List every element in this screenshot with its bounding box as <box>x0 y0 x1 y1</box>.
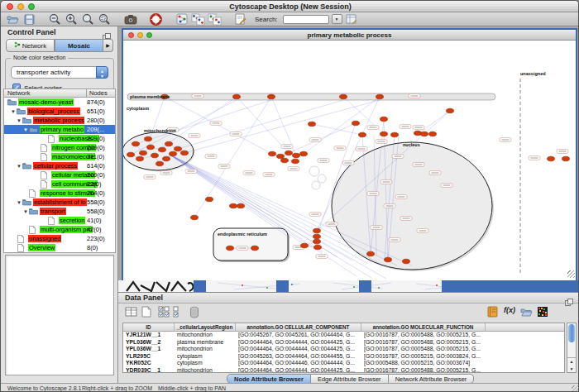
network-canvas[interactable]: plasma membranecytoplasmmitochondrionnuc… <box>123 41 576 280</box>
background-window-edge[interactable] <box>276 280 289 292</box>
column-header[interactable]: annotation.GO CELLULAR_COMPONENT <box>236 323 361 332</box>
tree-col-nodes[interactable]: Nodes <box>86 89 108 98</box>
create-attribute-icon[interactable] <box>141 306 156 319</box>
self-loop-edge <box>312 181 320 189</box>
tree-label: mosaic-demo-yeast <box>18 98 74 106</box>
folder-icon <box>29 126 38 133</box>
snapshot-icon[interactable] <box>123 13 137 26</box>
expand-arrow-icon[interactable]: ▼ <box>17 164 22 169</box>
float-panel-icon[interactable] <box>565 294 573 302</box>
network-node <box>277 154 285 159</box>
tree-row[interactable]: macromolecule311(0) <box>4 152 115 161</box>
background-window-edge[interactable] <box>359 280 371 292</box>
tree-label: multi-organism pro <box>40 226 93 233</box>
column-header[interactable]: _cellularLayoutRegion <box>175 323 236 332</box>
window-resize-grip[interactable] <box>567 270 575 278</box>
network-node <box>391 132 399 137</box>
copy-network-style-icon[interactable] <box>191 13 205 26</box>
tree-row[interactable]: ▼establishment of lo558(0) <box>4 198 115 207</box>
node-color-dropdown[interactable]: transporter activity ▲▼ <box>11 66 108 79</box>
import-attributes-icon[interactable] <box>520 306 534 319</box>
column-header[interactable]: ID <box>123 323 175 332</box>
delete-attribute-icon[interactable] <box>189 306 203 319</box>
tree-row[interactable]: ▼cellular process614(0) <box>4 161 115 170</box>
tree-col-network[interactable]: Network <box>7 89 31 98</box>
expand-arrow-icon[interactable]: ▼ <box>17 200 22 205</box>
zoom-out-icon[interactable] <box>48 13 62 26</box>
table-cell: mitochondrion <box>175 332 236 339</box>
network-node <box>206 197 213 202</box>
tree-row[interactable]: nucleobase-...209(0) <box>4 134 115 143</box>
tree-row[interactable]: ▼biological_process651(0) <box>4 107 115 116</box>
attribute-matrix-icon[interactable] <box>537 306 551 319</box>
scrollbar-arrows[interactable]: ▲▼ <box>567 357 576 372</box>
expand-arrow-icon[interactable]: ▼ <box>23 209 28 214</box>
tree-row[interactable]: cell communicat22(0) <box>4 179 115 189</box>
tree-row[interactable]: response to stimulu264(0) <box>4 189 115 198</box>
search-input[interactable] <box>283 15 329 24</box>
table-row[interactable]: YJR121W__1mitochondrion[GO:0045267, GO:0… <box>123 332 564 339</box>
table-scrollbar[interactable]: ▲▼ <box>567 323 577 373</box>
tree-row[interactable]: mosaic-demo-yeast874(0) <box>4 98 115 107</box>
attribute-batch-icon[interactable] <box>487 306 501 319</box>
attribute-browser-icon[interactable] <box>345 13 359 26</box>
tree-row[interactable]: cellular metabo209(0) <box>4 170 115 179</box>
search-dropdown-button[interactable]: ▼ <box>332 14 342 24</box>
background-window-edge[interactable] <box>194 280 206 292</box>
network-node <box>285 151 293 155</box>
column-header[interactable]: annotation.GO MOLECULAR_FUNCTION <box>361 323 486 332</box>
tree-row[interactable]: ▼metabolic process280(0) <box>4 116 115 125</box>
open-session-icon[interactable] <box>6 13 20 26</box>
help-icon[interactable] <box>149 13 163 26</box>
tree-row[interactable]: unassigned223(0) <box>4 234 115 243</box>
save-session-icon[interactable] <box>22 13 36 26</box>
zoom-in-icon[interactable] <box>65 13 79 26</box>
expand-arrow-icon[interactable]: ▼ <box>23 127 28 132</box>
folder-icon <box>22 162 31 170</box>
network-node <box>170 151 177 156</box>
function-builder-icon[interactable]: f(x) <box>504 306 518 319</box>
scrollbar-thumb[interactable] <box>568 324 575 342</box>
network-node <box>145 136 152 141</box>
tree-row[interactable]: secretion41(0) <box>4 216 115 225</box>
table-row[interactable]: YDR039C__1mitochondrion[GO:0044464, GO:0… <box>123 367 564 374</box>
tree-row[interactable]: multi-organism pro42(0) <box>4 225 115 234</box>
tab-overflow-arrow[interactable]: ▶ <box>103 39 113 52</box>
tree-row[interactable]: nitrogen compo209(0) <box>4 143 115 152</box>
copy-network-view-icon[interactable] <box>208 13 222 26</box>
edit-annotation-icon[interactable] <box>233 13 247 26</box>
table-cell: mitochondrion <box>175 367 236 374</box>
document-icon <box>41 153 50 160</box>
tree-row[interactable]: Overview8(0) <box>4 243 115 252</box>
tree-label: Overview <box>28 244 55 251</box>
background-window-edge[interactable] <box>442 280 579 292</box>
tree-label: establishment of lo <box>33 198 87 206</box>
unselect-attributes-icon[interactable] <box>173 306 187 319</box>
tab-network[interactable]: Network <box>6 39 55 52</box>
network-node <box>414 131 422 136</box>
window-titlebar[interactable]: Cytoscape Desktop (New Session) <box>1 1 579 12</box>
expand-arrow-icon[interactable]: ▼ <box>11 109 16 114</box>
table-row[interactable]: YPL036W__1mitochondrion[GO:0044464, GO:0… <box>123 346 564 353</box>
tree-row[interactable]: ▼transport558(0) <box>4 207 115 216</box>
tree-row[interactable]: ▼primary metabo209(... <box>4 125 115 134</box>
tab-mosaic[interactable]: Mosaic <box>55 39 103 52</box>
table-row[interactable]: YLR295Ccytoplasm[GO:0045263, GO:0044464,… <box>123 353 564 361</box>
expand-arrow-icon[interactable]: ▼ <box>17 118 22 123</box>
zoom-selected-region-icon[interactable] <box>98 13 112 26</box>
select-attributes-icon[interactable] <box>158 306 172 319</box>
zoom-fit-icon[interactable] <box>81 13 95 26</box>
network-node <box>132 141 140 146</box>
network-view-titlebar[interactable]: primary metabolic process <box>123 30 576 41</box>
network-overview-panel <box>5 255 114 375</box>
tree-label: cellular process <box>33 162 78 170</box>
float-panel-icon[interactable] <box>103 29 111 36</box>
app-resize-grip[interactable] <box>572 385 579 392</box>
node-count: 874(0) <box>87 98 105 106</box>
apply-layout-icon[interactable] <box>175 13 189 26</box>
network-node <box>269 151 276 156</box>
table-row[interactable]: YKR052Ccytoplasm[GO:0044464, GO:0044446,… <box>123 360 564 367</box>
unassigned-label: unassigned <box>520 71 546 76</box>
table-row[interactable]: YPL036W__2plasma membrane[GO:0044464, GO… <box>123 339 564 347</box>
attribute-table-icon[interactable] <box>125 306 139 319</box>
